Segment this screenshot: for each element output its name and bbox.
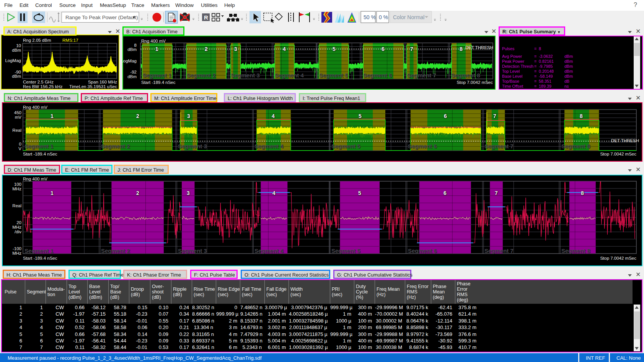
svg-text:Color Normal: Color Normal (393, 14, 424, 20)
svg-text:Range To Peak Power (Default): Range To Peak Power (Default) (65, 15, 138, 20)
svg-text:0 %: 0 % (379, 14, 388, 20)
svg-text:R: R (204, 14, 208, 21)
svg-text:50 %: 50 % (364, 14, 376, 20)
